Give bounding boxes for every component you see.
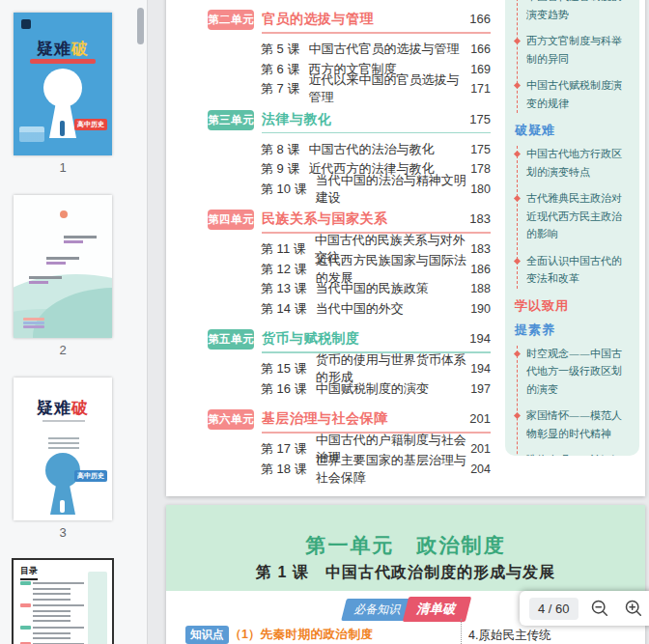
content-list-item: 4.原始民主传统 [468, 628, 550, 644]
unit-page-number: 175 [469, 112, 491, 126]
toc-unit-row: 第三单元法律与教化175 [208, 110, 491, 135]
review-item: 家国情怀——模范人物彰显的时代精神 [526, 407, 632, 443]
lesson-label: 第 6 课 [261, 61, 299, 78]
pdf-toolbar: 4 / 60 ⋯ [520, 591, 649, 626]
thumbnail-panel: 疑难破 高中历史 1 [0, 0, 148, 644]
toc-lesson-row: 第 14 课当代中国的外交190 [261, 299, 491, 320]
lesson-title: 当代中国的法治与精神文明建设 [316, 172, 470, 207]
column-divider [461, 619, 462, 644]
page-thumbnail-3[interactable]: 疑难破 高中历史 [14, 378, 112, 520]
lesson-label: 第 18 课 [261, 461, 307, 478]
lesson-page-number: 166 [470, 42, 491, 56]
review-item: 中国古代选官制度的演变趋势 [526, 0, 632, 24]
unit-title: 官员的选拔与管理 [262, 11, 374, 28]
review-group: 中国古代选官制度的演变趋势西方文官制度与科举制的异同中国古代赋税制度演变的规律 [515, 0, 632, 113]
unit-badge: 第二单元 [208, 10, 254, 30]
zoom-in-button[interactable] [621, 596, 646, 621]
toc-unit-section: 第四单元民族关系与国家关系183第 11 课中国古代的民族关系与对外交往183第… [208, 210, 491, 319]
toc-unit-section: 第五单元货币与赋税制度194第 15 课货币的使用与世界货币体系的形成194第 … [208, 329, 491, 399]
lesson-page-number: 188 [470, 282, 491, 295]
toc-unit-row: 第二单元官员的选拔与管理166 [208, 10, 491, 35]
review-item: 西方文官制度与科举制的异同 [526, 33, 632, 69]
unit-badge: 第四单元 [208, 210, 254, 230]
lesson-label: 第 7 课 [261, 80, 299, 98]
toc-lesson-row: 第 5 课中国古代官员的选拔与管理166 [261, 40, 491, 60]
toc-lesson-row: 第 15 课货币的使用与世界货币体系的形成194 [261, 359, 491, 379]
page-thumbnail-1[interactable]: 疑难破 高中历史 [14, 13, 112, 155]
thumbnail-page-number: 1 [14, 160, 112, 175]
toc-unit-section: 第三单元法律与教化175第 8 课中国古代的法治与教化175第 9 课近代西方的… [208, 110, 491, 200]
thumbnail-slot-1: 疑难破 高中历史 1 [14, 13, 112, 175]
review-item: 古代雅典民主政治对近现代西方民主政治的影响 [526, 190, 632, 244]
lesson-page-number: 197 [470, 382, 491, 396]
lesson-label: 第 12 课 [261, 261, 307, 278]
pdf-page-toc: 第二单元官员的选拔与管理166第 5 课中国古代官员的选拔与管理166第 6 课… [166, 0, 645, 496]
review-column: 中国古代选官制度的演变趋势西方文官制度与科举制的异同中国古代赋税制度演变的规律破… [505, 0, 639, 456]
thumbnail-slot-4: 目录 [14, 560, 112, 644]
subject-badge: 高中历史 [74, 470, 107, 482]
unit-page-number: 194 [469, 331, 491, 346]
lesson-label: 第 16 课 [261, 380, 307, 398]
lesson-page-number: 194 [470, 362, 491, 376]
review-item: 唯物史观——认识汉代的屯田政策 [526, 452, 632, 456]
thumbnail-page-number: 3 [14, 525, 112, 540]
unit-page-number: 183 [469, 211, 491, 226]
unit-page-number: 201 [469, 411, 491, 426]
toc-unit-row: 第六单元基层治理与社会保障201 [208, 409, 491, 434]
toc-lesson-row: 第 12 课近代西方民族国家与国际法的发展186 [261, 260, 491, 280]
review-group: 学以致用 [515, 297, 632, 315]
page-indicator: 4 / 60 [529, 598, 578, 620]
badge-essential-knowledge: 必备知识 [341, 599, 412, 621]
toc-lesson-row: 第 7 课近代以来中国的官员选拔与管理171 [261, 79, 491, 99]
review-group: 提素养时空观念——中国古代地方一级行政区划的演变家国情怀——模范人物彰显的时代精… [515, 322, 632, 457]
unit-page-number: 166 [469, 12, 491, 26]
sidebar-scrollbar-thumb[interactable] [137, 8, 144, 44]
toc-unit-section: 第六单元基层治理与社会保障201第 17 课中国古代的户籍制度与社会治理201第… [208, 409, 491, 479]
mini-toc-rows [20, 581, 84, 644]
cover-illustration [19, 126, 44, 142]
review-group-heading: 破疑难 [515, 122, 632, 139]
diamond-bullet-icon [514, 38, 521, 44]
lesson-title: 中国古代官员的选拔与管理 [308, 41, 459, 58]
cover-title: 疑难破 [14, 38, 112, 60]
unit-badge: 第六单元 [208, 409, 254, 430]
page-thumbnail-4-current[interactable]: 目录 [14, 560, 112, 644]
review-group-heading: 提素养 [515, 322, 632, 339]
review-item: 中国古代赋税制度演变的规律 [526, 77, 632, 113]
review-group-heading: 学以致用 [515, 297, 632, 315]
page-thumbnail-2[interactable] [14, 195, 112, 338]
lesson-page-number: 186 [470, 263, 491, 276]
unit-title: 法律与教化 [262, 111, 332, 128]
cover-title: 疑难破 [14, 397, 112, 419]
unit-underline [262, 232, 491, 234]
toc: 第二单元官员的选拔与管理166第 5 课中国古代官员的选拔与管理166第 6 课… [208, 10, 491, 490]
diamond-bullet-icon [514, 350, 521, 356]
person-silhouette [60, 121, 65, 136]
subject-badge: 高中历史 [74, 119, 107, 130]
review-item: 中国古代地方行政区划的演变特点 [526, 146, 632, 182]
diamond-bullet-icon [514, 195, 521, 202]
toc-lesson-row: 第 18 课世界主要国家的基层治理与社会保障204 [261, 460, 491, 480]
sidebar-scrollbar[interactable] [137, 0, 145, 644]
lesson-page-number: 169 [470, 63, 491, 76]
unit-title: 民族关系与国家关系 [262, 210, 388, 228]
lesson-title: 近代以来中国的官员选拔与管理 [308, 71, 470, 106]
mini-review-column [88, 572, 107, 644]
lesson-page-number: 190 [470, 302, 491, 316]
zoom-out-icon [590, 599, 609, 618]
zoom-out-button[interactable] [587, 596, 612, 621]
unit-badge: 第五单元 [208, 329, 254, 350]
review-item: 时空观念——中国古代地方一级行政区划的演变 [526, 346, 632, 400]
lesson-heading: 第 1 课 中国古代政治制度的形成与发展 [166, 563, 645, 583]
unit-banner: 第一单元 政治制度 第 1 课 中国古代政治制度的形成与发展 [166, 505, 645, 591]
unit-underline [262, 132, 491, 134]
thumbnail-slot-3: 疑难破 高中历史 3 [14, 378, 112, 540]
lesson-page-number: 175 [470, 143, 491, 156]
document-view: 第二单元官员的选拔与管理166第 5 课中国古代官员的选拔与管理166第 6 课… [149, 0, 649, 644]
lesson-title: 当代中国的外交 [316, 300, 404, 318]
lesson-title: 当代中国的民族政策 [316, 280, 429, 297]
toc-unit-row: 第四单元民族关系与国家关系183 [208, 210, 491, 235]
lesson-label: 第 15 课 [261, 360, 307, 378]
toc-unit-section: 第二单元官员的选拔与管理166第 5 课中国古代官员的选拔与管理166第 6 课… [208, 10, 491, 99]
lesson-label: 第 13 课 [261, 280, 307, 297]
